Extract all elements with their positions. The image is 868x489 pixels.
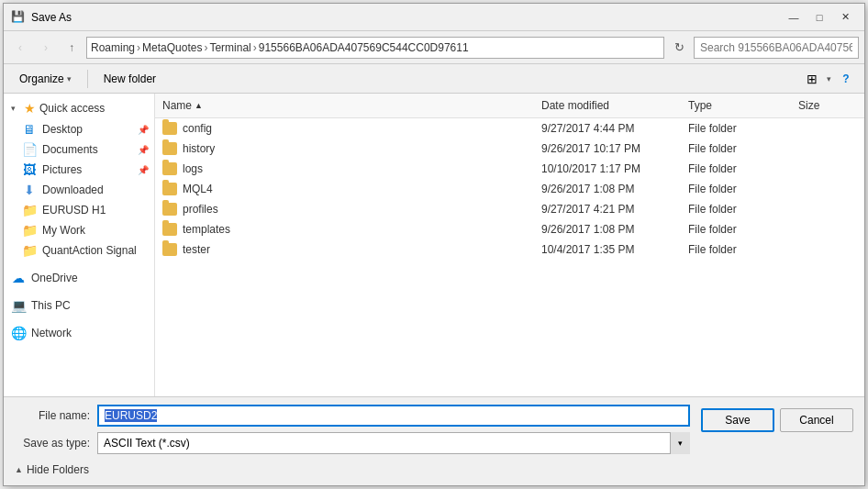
minimize-button[interactable]: — xyxy=(782,8,806,27)
file-rows-container: config 9/27/2017 4:44 PM File folder his… xyxy=(155,118,864,260)
filename-input[interactable] xyxy=(97,405,690,427)
breadcrumb-terminal[interactable]: Terminal xyxy=(209,41,250,54)
sidebar-item-network[interactable]: 🌐 Network xyxy=(4,323,154,343)
sidebar-item-thispc[interactable]: 💻 This PC xyxy=(4,295,154,316)
downloaded-icon: ⬇ xyxy=(22,183,37,197)
savetype-wrapper: ASCII Text (*.csv) CSV (*.csv) Text (*.t… xyxy=(97,432,690,454)
dialog-title: Save As xyxy=(31,11,782,24)
table-row[interactable]: tester 10/4/2017 1:35 PM File folder xyxy=(155,239,864,260)
sidebar-item-onedrive-label: OneDrive xyxy=(31,272,78,284)
organize-button[interactable]: Organize ▾ xyxy=(11,68,80,90)
file-cell-type: File folder xyxy=(681,119,791,138)
table-row[interactable]: templates 9/26/2017 1:08 PM File folder xyxy=(155,219,864,239)
bottom-area: File name: Save as type: ASCII Text (*.c… xyxy=(4,396,864,485)
breadcrumb-id[interactable]: 915566BA06ADA407569C544CC0D97611 xyxy=(259,41,469,54)
save-button[interactable]: Save xyxy=(701,408,774,432)
sidebar-item-documents[interactable]: 📄 Documents 📌 xyxy=(4,139,154,160)
file-cell-type: File folder xyxy=(681,160,791,178)
up-button[interactable]: ↑ xyxy=(61,37,83,59)
folder-icon xyxy=(162,183,177,195)
savetype-select[interactable]: ASCII Text (*.csv) CSV (*.csv) Text (*.t… xyxy=(97,432,690,454)
hide-folders-label: Hide Folders xyxy=(27,463,89,476)
filename-label: File name: xyxy=(15,409,97,422)
file-cell-size xyxy=(791,119,864,138)
sidebar-item-desktop-label: Desktop xyxy=(42,123,83,136)
sidebar-item-onedrive[interactable]: ☁ OneDrive xyxy=(4,268,154,288)
title-bar: 💾 Save As — □ ✕ xyxy=(4,4,864,31)
cancel-button[interactable]: Cancel xyxy=(780,408,853,432)
table-row[interactable]: MQL4 9/26/2017 1:08 PM File folder xyxy=(155,179,864,199)
file-cell-name: profiles xyxy=(155,200,534,218)
column-size[interactable]: Size xyxy=(791,95,864,116)
sidebar-item-desktop[interactable]: 🖥 Desktop 📌 xyxy=(4,119,154,139)
quick-access-label: Quick access xyxy=(39,102,105,115)
eurusd-folder-icon: 📁 xyxy=(22,203,37,217)
organize-label: Organize xyxy=(19,72,64,85)
dialog-icon: 💾 xyxy=(11,10,26,25)
quantaction-folder-icon: 📁 xyxy=(22,243,37,258)
file-cell-type: File folder xyxy=(681,180,791,198)
breadcrumb[interactable]: Roaming › MetaQuotes › Terminal › 915566… xyxy=(86,37,664,59)
table-row[interactable]: logs 10/10/2017 1:17 PM File folder xyxy=(155,159,864,179)
sidebar-section-onedrive: ☁ OneDrive 💻 This PC 🌐 Network xyxy=(4,268,154,343)
column-type[interactable]: Type xyxy=(681,95,791,116)
file-cell-type: File folder xyxy=(681,220,791,239)
search-input[interactable] xyxy=(694,37,859,59)
close-button[interactable]: ✕ xyxy=(833,8,857,27)
maximize-button[interactable]: □ xyxy=(807,8,831,27)
file-cell-name: MQL4 xyxy=(155,180,534,198)
file-cell-name: tester xyxy=(155,240,534,259)
file-cell-date: 9/26/2017 10:17 PM xyxy=(534,139,681,158)
table-row[interactable]: history 9/26/2017 10:17 PM File folder xyxy=(155,139,864,159)
file-cell-date: 9/27/2017 4:44 PM xyxy=(534,119,681,138)
help-button[interactable]: ? xyxy=(835,68,857,90)
table-row[interactable]: config 9/27/2017 4:44 PM File folder xyxy=(155,118,864,139)
sidebar-item-pictures-label: Pictures xyxy=(42,163,82,176)
file-cell-name: history xyxy=(155,139,534,158)
quick-access-header[interactable]: ▾ ★ Quick access xyxy=(4,97,154,119)
sidebar-item-eurusd-label: EURUSD H1 xyxy=(42,204,106,217)
save-as-dialog: 💾 Save As — □ ✕ ‹ › ↑ Roaming › MetaQuot… xyxy=(3,3,865,486)
file-cell-size xyxy=(791,220,864,239)
sidebar-item-downloaded-label: Downloaded xyxy=(42,183,104,196)
column-date-modified[interactable]: Date modified xyxy=(534,95,681,116)
breadcrumb-roaming[interactable]: Roaming xyxy=(91,41,135,54)
file-cell-size xyxy=(791,200,864,218)
sidebar-item-eurusd[interactable]: 📁 EURUSD H1 xyxy=(4,200,154,220)
thispc-icon: 💻 xyxy=(11,298,26,313)
forward-button[interactable]: › xyxy=(35,37,57,59)
file-cell-size xyxy=(791,180,864,198)
view-chevron[interactable]: ▾ xyxy=(827,74,831,83)
view-button[interactable]: ⊞ xyxy=(801,68,823,90)
file-cell-type: File folder xyxy=(681,139,791,158)
column-name[interactable]: Name ▲ xyxy=(155,95,534,116)
file-cell-date: 9/26/2017 1:08 PM xyxy=(534,180,681,198)
folder-icon xyxy=(162,122,177,135)
onedrive-icon: ☁ xyxy=(11,271,26,285)
sidebar-item-downloaded[interactable]: ⬇ Downloaded xyxy=(4,180,154,200)
file-cell-date: 9/26/2017 1:08 PM xyxy=(534,220,681,239)
sidebar-item-mywork[interactable]: 📁 My Work xyxy=(4,220,154,240)
window-controls: — □ ✕ xyxy=(782,8,857,27)
view-icon: ⊞ xyxy=(807,72,818,86)
sidebar-item-thispc-label: This PC xyxy=(31,299,71,312)
file-cell-size xyxy=(791,240,864,259)
file-cell-date: 10/4/2017 1:35 PM xyxy=(534,240,681,259)
name-sort-arrow: ▲ xyxy=(195,101,203,110)
file-cell-name: templates xyxy=(155,220,534,239)
mywork-folder-icon: 📁 xyxy=(22,223,37,238)
breadcrumb-metaquotes[interactable]: MetaQuotes xyxy=(142,41,202,54)
file-cell-type: File folder xyxy=(681,200,791,218)
back-button[interactable]: ‹ xyxy=(9,37,31,59)
hide-folders-button[interactable]: ▲ Hide Folders xyxy=(15,460,853,478)
sidebar-item-quantaction[interactable]: 📁 QuantAction Signal xyxy=(4,240,154,261)
refresh-button[interactable]: ↻ xyxy=(668,37,690,59)
main-content: ▾ ★ Quick access 🖥 Desktop 📌 📄 Documents… xyxy=(4,94,864,396)
pictures-icon: 🖼 xyxy=(22,162,37,177)
sidebar-item-pictures[interactable]: 🖼 Pictures 📌 xyxy=(4,160,154,180)
toolbar: Organize ▾ New folder ⊞ ▾ ? xyxy=(4,64,864,94)
file-list: Name ▲ Date modified Type Size config 9 xyxy=(155,94,864,396)
table-row[interactable]: profiles 9/27/2017 4:21 PM File folder xyxy=(155,199,864,219)
new-folder-button[interactable]: New folder xyxy=(95,68,164,90)
file-cell-name: logs xyxy=(155,160,534,178)
